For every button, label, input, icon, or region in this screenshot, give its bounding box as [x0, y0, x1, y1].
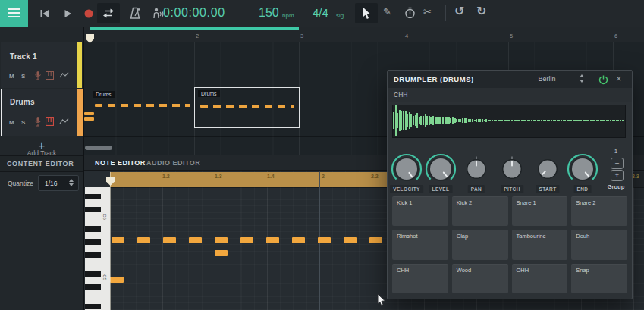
bar-number: 5 [510, 33, 513, 39]
stepper-down-icon[interactable] [69, 183, 74, 186]
pad-tambourine[interactable]: Tambourine [512, 230, 568, 259]
sample-waveform[interactable] [392, 105, 626, 138]
midi-note[interactable] [189, 237, 202, 243]
midi-note[interactable] [163, 237, 176, 243]
pan-knob[interactable] [463, 156, 489, 185]
pad-snare-2[interactable]: Snare 2 [571, 196, 627, 226]
midi-note[interactable] [240, 237, 253, 243]
midi-note[interactable] [266, 237, 279, 243]
menu-button[interactable] [0, 0, 28, 27]
group-minus-button[interactable]: – [611, 158, 624, 169]
bpm-value[interactable]: 150 [259, 6, 279, 20]
midi-note[interactable] [318, 237, 331, 243]
pad-wood[interactable]: Wood [452, 264, 508, 293]
select-tool[interactable] [355, 3, 378, 23]
loop-icon [102, 7, 115, 20]
automation-icon[interactable] [59, 117, 69, 125]
end-label: END [574, 185, 592, 193]
pad-kick-1[interactable]: Kick 1 [392, 196, 448, 226]
start-knob[interactable] [535, 156, 561, 185]
pad-douh[interactable]: Douh [571, 230, 627, 259]
timer-tool-icon[interactable] [404, 6, 416, 20]
stepper-up-icon[interactable] [69, 179, 74, 182]
piano-keyboard[interactable]: C6C5 [85, 187, 110, 310]
power-icon[interactable] [598, 74, 609, 86]
cut-tool-scissors-icon[interactable]: ✂ [423, 6, 432, 17]
level-label: LEVEL [429, 185, 453, 193]
pad-rimshot[interactable]: Rimshot [392, 230, 448, 259]
loop-toggle[interactable] [97, 3, 120, 23]
mic-icon[interactable] [33, 70, 42, 80]
plugin-title: DRUMPLER (DRUMS) [394, 75, 474, 83]
pad-snare-1[interactable]: Snare 1 [512, 196, 568, 226]
play-icon[interactable] [61, 7, 74, 20]
pad-chh[interactable]: CHH [392, 264, 448, 293]
pitch-knob[interactable] [499, 156, 525, 185]
track-tile-drums[interactable]: Drums M S [1, 89, 83, 136]
solo-button[interactable]: S [21, 119, 25, 126]
horizontal-scrollbar[interactable] [85, 146, 112, 150]
waveform-bar [622, 120, 624, 121]
midi-note[interactable] [292, 237, 305, 243]
metronome-icon[interactable] [128, 6, 142, 20]
preset-down-icon[interactable] [580, 80, 584, 83]
pad-ohh[interactable]: OHH [512, 264, 568, 293]
level-knob[interactable] [424, 152, 457, 189]
group-label: Group [602, 183, 630, 190]
velocity-knob[interactable] [390, 152, 423, 189]
midi-note[interactable] [110, 277, 124, 283]
midi-note[interactable] [215, 250, 228, 256]
midi-note[interactable] [137, 237, 150, 243]
midi-note[interactable] [369, 237, 382, 243]
black-key[interactable] [85, 207, 101, 213]
drumpler-plugin-window[interactable]: DRUMPLER (DRUMS) Berlin × CHH [387, 70, 633, 299]
tab-audio-editor[interactable]: AUDIO EDITOR [146, 159, 200, 167]
draw-tool-pencil-icon[interactable]: ✎ [383, 6, 391, 17]
piano-icon[interactable] [46, 71, 54, 80]
skip-to-start-icon[interactable] [38, 7, 52, 20]
ruler-label: 2 [322, 174, 325, 179]
solo-button[interactable]: S [21, 73, 25, 80]
mute-button[interactable]: M [9, 119, 14, 126]
group-plus-button[interactable]: + [611, 170, 624, 181]
content-editor-header: CONTENT EDITOR [0, 155, 83, 172]
clip-label: Drums [93, 91, 115, 98]
midi-clip-drums-1[interactable]: Drums [90, 89, 193, 127]
midi-note[interactable] [215, 237, 228, 243]
undo-icon[interactable]: ↺ [454, 4, 464, 18]
pad-clap[interactable]: Clap [452, 230, 508, 259]
drum-pads: Kick 1 Kick 2 Snare 1 Snare 2 Rimshot Cl… [392, 196, 627, 293]
black-key[interactable] [85, 252, 101, 258]
automation-icon[interactable] [59, 71, 69, 79]
black-key[interactable] [85, 226, 101, 232]
ruler-label: 1.4 [267, 174, 275, 179]
black-key[interactable] [85, 284, 101, 290]
midi-note[interactable] [344, 237, 357, 243]
black-key[interactable] [85, 194, 101, 200]
piano-icon-active[interactable] [46, 117, 54, 126]
black-key[interactable] [85, 304, 101, 310]
content-editor-title: CONTENT EDITOR [7, 160, 74, 168]
redo-icon[interactable]: ↻ [476, 4, 486, 18]
mic-icon[interactable] [33, 117, 42, 127]
pad-kick-2[interactable]: Kick 2 [452, 196, 508, 226]
end-knob[interactable] [566, 152, 599, 189]
time-signature-value[interactable]: 4/4 [313, 6, 328, 19]
record-icon[interactable] [82, 7, 96, 20]
time-display[interactable]: 0:00:00.00 [163, 6, 225, 20]
close-icon[interactable]: × [616, 73, 622, 84]
track-tile-track1[interactable]: Track 1 M S [1, 42, 82, 88]
midi-note[interactable] [112, 237, 124, 243]
mute-button[interactable]: M [9, 73, 14, 80]
preset-selector[interactable]: Berlin [523, 75, 571, 83]
pad-snap[interactable]: Snap [571, 264, 627, 293]
quantize-value: 1/16 [45, 180, 58, 187]
midi-clip-drums-2[interactable]: Drums [194, 87, 300, 128]
black-key[interactable] [85, 271, 101, 277]
black-key[interactable] [85, 239, 101, 245]
tab-note-editor[interactable]: NOTE EDITOR [95, 159, 146, 167]
bar-number: 3 [300, 33, 303, 39]
quantize-dropdown[interactable]: 1/16 [38, 175, 79, 191]
plugin-window-header[interactable]: DRUMPLER (DRUMS) Berlin × [388, 71, 632, 89]
preset-up-icon[interactable] [580, 74, 584, 77]
